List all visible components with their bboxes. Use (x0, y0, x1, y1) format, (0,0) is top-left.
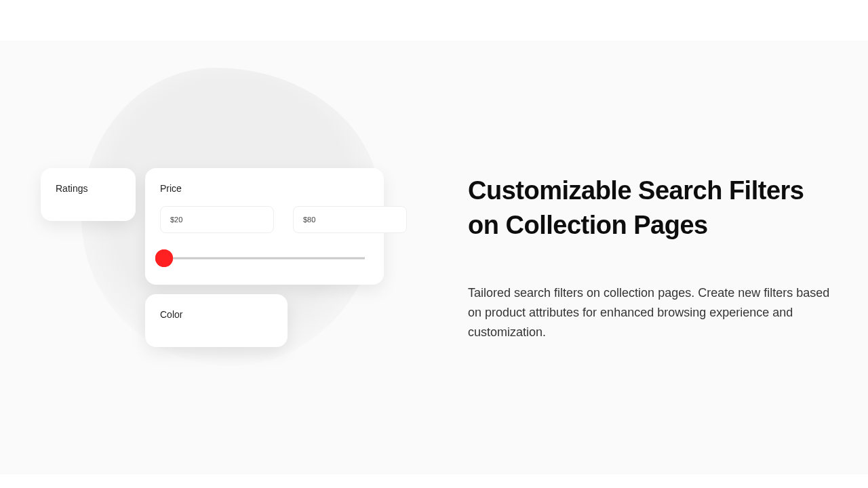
price-title: Price (160, 183, 369, 194)
filter-preview: Ratings Price Col (41, 168, 384, 347)
slider-track (164, 258, 365, 260)
text-block: Customizable Search Filters on Collectio… (468, 174, 848, 342)
slider-handle-max[interactable] (155, 249, 173, 267)
heading: Customizable Search Filters on Collectio… (468, 174, 841, 243)
price-max-input[interactable] (293, 206, 407, 233)
color-title: Color (160, 309, 273, 320)
description: Tailored search filters on collection pa… (468, 283, 841, 342)
price-min-input[interactable] (160, 206, 274, 233)
ratings-title: Ratings (56, 183, 121, 194)
ratings-card: Ratings (41, 168, 136, 221)
price-slider[interactable] (164, 251, 365, 266)
color-card: Color (145, 294, 288, 347)
price-card: Price (145, 168, 384, 285)
